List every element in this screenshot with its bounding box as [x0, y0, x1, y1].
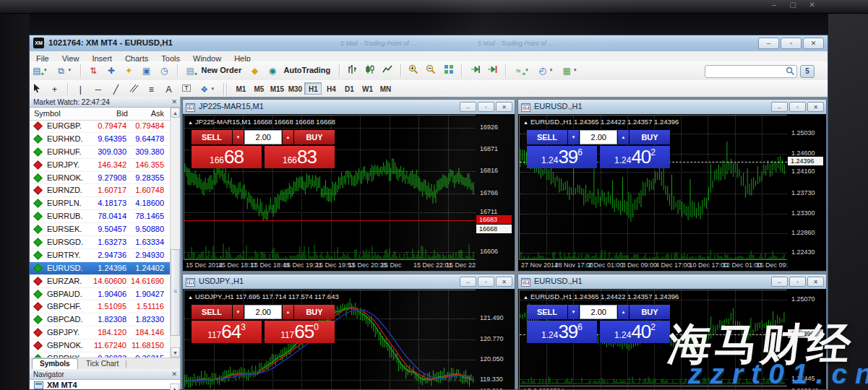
buy-button[interactable]: BUY: [629, 130, 670, 144]
cursor-tool[interactable]: [30, 82, 44, 96]
buy-price[interactable]: 16683: [265, 146, 335, 168]
close-button[interactable]: ✕: [807, 277, 824, 287]
close-button[interactable]: ✕: [496, 277, 512, 287]
navigator-item-xm-mt4[interactable]: XM MT4: [47, 381, 77, 389]
mql5-community-icon[interactable]: 5: [800, 65, 815, 78]
chevron-down-icon[interactable]: ▾: [550, 67, 557, 73]
volume-decrease-icon[interactable]: ▼: [233, 305, 244, 319]
terminal-toggle[interactable]: ▣: [139, 64, 154, 77]
volume-input[interactable]: 2.00: [580, 305, 617, 319]
symbol-row-gbpdkk[interactable]: GBPDKK.9.360239.36215: [30, 352, 170, 358]
sell-price[interactable]: 117643: [192, 321, 262, 343]
data-window-toggle[interactable]: ✚: [104, 64, 119, 77]
restore-button[interactable]: ▫: [789, 102, 806, 112]
buy-button[interactable]: BUY: [629, 305, 670, 319]
channel-tool[interactable]: [126, 82, 141, 96]
timeframe-w1[interactable]: W1: [358, 82, 376, 95]
symbol-row-eurjpy[interactable]: EURJPY.146.342146.355: [30, 159, 170, 172]
timeframe-h4[interactable]: H4: [322, 82, 340, 95]
sell-button[interactable]: SELL: [527, 305, 567, 319]
sell-button[interactable]: SELL: [192, 305, 232, 319]
auto-scroll-button[interactable]: [468, 64, 482, 77]
autotrading-button[interactable]: AutoTrading: [284, 61, 331, 79]
title-bar[interactable]: XM 1021764: XM MT4 - EURUSD,H1 5 Mail - …: [30, 35, 828, 52]
symbol-row-gbpaud[interactable]: GBPAUD.1.904061.90427: [30, 288, 170, 301]
timeframe-m1[interactable]: M1: [232, 82, 249, 95]
symbol-row-gbpnok[interactable]: GBPNOK.11.6724011.68150: [30, 339, 170, 352]
search-icon[interactable]: [786, 66, 795, 76]
search-input[interactable]: [708, 66, 783, 77]
symbol-row-eurgbp[interactable]: EURGBP.0.794740.79484: [30, 120, 170, 133]
new-chart-button[interactable]: ▤+: [30, 64, 44, 77]
navigator-header[interactable]: Navigator ✕: [30, 369, 180, 380]
symbol-row-eursek[interactable]: EURSEK.9.504579.50880: [30, 223, 170, 236]
volume-decrease-icon[interactable]: ▼: [233, 130, 244, 144]
trendline-tool[interactable]: ╱: [108, 82, 123, 96]
autotrading-icon[interactable]: ◉: [265, 64, 280, 77]
chart-plot[interactable]: ▲EURUSD.,H1 1.24365 1.24422 1.24357 1.24…: [519, 115, 788, 260]
column-ask[interactable]: Ask: [151, 109, 164, 118]
chevron-down-icon[interactable]: ▾: [574, 67, 580, 73]
chart-plot[interactable]: ▲USDJPY.,H1 117.695 117.714 117.574 117.…: [184, 290, 476, 389]
zoom-out-button[interactable]: [424, 64, 438, 77]
market-watch-columns[interactable]: Symbol Bid Ask: [30, 108, 180, 121]
fibonacci-tool[interactable]: ≡: [144, 82, 158, 96]
timeframe-d1[interactable]: D1: [340, 82, 358, 95]
chart-title-bar[interactable]: EURUSD.,H1–▫✕: [518, 274, 826, 290]
close-button[interactable]: ✕: [807, 102, 824, 112]
minimize-button[interactable]: –: [771, 102, 788, 112]
sell-price[interactable]: 1.24396: [527, 321, 597, 343]
close-icon[interactable]: ✕: [171, 97, 177, 108]
timeframe-h1[interactable]: H1: [304, 82, 322, 95]
symbol-row-eurhkd[interactable]: EURHKD.9.643959.64478: [30, 133, 170, 146]
sell-button[interactable]: SELL: [192, 130, 232, 144]
sell-price[interactable]: 16668: [192, 146, 262, 168]
symbol-row-eurhuf[interactable]: EURHUF.309.030309.380: [30, 146, 170, 159]
sell-price[interactable]: 1.24396: [527, 146, 597, 168]
volume-increase-icon[interactable]: ▲: [283, 305, 293, 319]
symbol-row-eurpln[interactable]: EURPLN.4.181734.18600: [30, 197, 170, 210]
symbol-row-gbpchf[interactable]: GBPCHF.1.510951.51116: [30, 300, 170, 313]
chevron-down-icon[interactable]: ▾: [68, 67, 74, 73]
tile-windows-button[interactable]: [442, 64, 456, 77]
timeframe-mn[interactable]: MN: [377, 82, 394, 95]
column-symbol[interactable]: Symbol: [34, 109, 61, 118]
scroll-up-icon[interactable]: ▲: [170, 381, 179, 390]
new-order-icon[interactable]: ▤+: [183, 64, 197, 77]
market-watch-scrollbar[interactable]: ▲ ▼: [170, 108, 180, 358]
chart-title-bar[interactable]: USDJPY.,H1–▫✕: [183, 274, 515, 290]
symbol-row-eurtry[interactable]: EURTRY.2.947362.94930: [30, 249, 170, 262]
zoom-in-button[interactable]: [406, 64, 421, 77]
close-button[interactable]: ✕: [496, 102, 512, 112]
crosshair-tool[interactable]: +: [47, 82, 61, 96]
profiles-button[interactable]: ⧉: [53, 64, 68, 77]
symbol-row-gbpjpy[interactable]: GBPJPY.184.120184.146: [30, 326, 170, 339]
buy-price[interactable]: 1.24402: [600, 146, 670, 168]
label-tool[interactable]: T: [179, 82, 194, 96]
market-watch-toggle[interactable]: ⇅: [86, 64, 100, 77]
close-button[interactable]: ✕: [803, 38, 824, 49]
volume-input[interactable]: 2.00: [580, 130, 617, 144]
buy-button[interactable]: BUY: [294, 130, 335, 144]
chart-shift-button[interactable]: [485, 64, 499, 77]
minimize-button[interactable]: –: [771, 277, 788, 287]
minimize-button[interactable]: –: [758, 38, 779, 49]
minimize-button[interactable]: –: [460, 277, 476, 287]
chevron-down-icon[interactable]: ▾: [44, 67, 51, 73]
bar-chart-button[interactable]: [345, 64, 359, 77]
scroll-up-icon[interactable]: ▲: [171, 108, 180, 118]
volume-input[interactable]: 2.00: [244, 305, 282, 319]
new-order-button[interactable]: New Order: [202, 61, 242, 79]
chart-title-bar[interactable]: EURUSD.,H1–▫✕: [518, 100, 826, 115]
templates-button[interactable]: ▦: [559, 64, 574, 77]
symbol-row-eurnzd[interactable]: EURNZD.1.607171.60748: [30, 184, 170, 197]
tab-tick-chart[interactable]: Tick Chart: [79, 359, 126, 369]
timeframe-m5[interactable]: M5: [250, 82, 267, 95]
restore-button[interactable]: ▫: [478, 277, 494, 287]
symbol-row-eursgd[interactable]: EURSGD.1.632731.63334: [30, 236, 170, 249]
volume-decrease-icon[interactable]: ▼: [568, 305, 579, 319]
timeframe-m15[interactable]: M15: [268, 82, 285, 95]
market-watch-header[interactable]: Market Watch: 22:47:24 ✕: [30, 97, 180, 108]
volume-increase-icon[interactable]: ▲: [618, 305, 629, 319]
symbol-row-eurzar[interactable]: EURZAR.14.6060014.61690: [30, 275, 170, 288]
